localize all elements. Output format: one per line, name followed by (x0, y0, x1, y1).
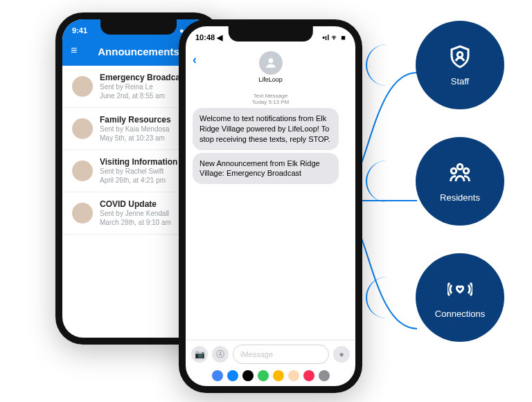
menu-icon[interactable]: ≡ (71, 44, 77, 57)
svg-point-4 (463, 168, 469, 174)
avatar (72, 76, 93, 97)
dock-app-icon[interactable] (242, 370, 254, 381)
messages-header: ‹ LifeLoop (186, 48, 355, 87)
item-title: COVID Update (100, 199, 171, 209)
contact-avatar-icon[interactable] (259, 51, 283, 75)
notch (228, 26, 313, 42)
item-title: Emergency Broadcast (100, 73, 188, 82)
item-sender: Sent by Jenne Kendall (100, 209, 171, 218)
status-time: 10:48 ◀ (195, 33, 222, 42)
badge-staff: Staff (416, 21, 504, 109)
dock-app-icon[interactable] (273, 370, 284, 381)
badge-label: Staff (451, 76, 470, 86)
camera-icon[interactable]: 📷 (191, 346, 208, 363)
badge-label: Residents (440, 192, 480, 203)
shield-user-icon (447, 44, 472, 69)
item-time: March 28th, at 9:10 am (100, 218, 171, 227)
svg-point-2 (457, 164, 463, 170)
notch (100, 19, 177, 35)
appstore-icon[interactable]: Ⓐ (212, 346, 229, 363)
item-time: May 5th, at 10:23 am (100, 134, 171, 143)
item-sender: Sent by Reina Le (100, 82, 188, 91)
message-input-bar: 📷 Ⓐ iMessage ● (186, 340, 355, 368)
badge-label: Connections (435, 309, 485, 319)
contact-name: LifeLoop (186, 76, 355, 83)
item-time: April 26th, at 4:21 pm (100, 176, 177, 185)
header-title: Announcements (98, 46, 179, 57)
avatar (72, 161, 93, 181)
svg-point-0 (268, 58, 273, 63)
broadcast-heart-icon (447, 277, 472, 302)
audience-badges: Staff Residents Connections (416, 21, 504, 342)
status-icons: •ıl ᯤ ■ (322, 33, 346, 42)
dock-app-icon[interactable] (319, 370, 330, 381)
dock-app-icon[interactable] (258, 370, 269, 381)
item-sender: Sent by Rachel Swift (100, 167, 177, 176)
status-time: 9:41 (72, 26, 87, 35)
avatar (72, 118, 93, 139)
back-icon[interactable]: ‹ (193, 53, 197, 67)
item-title: Visiting Information (100, 157, 177, 167)
dock-app-icon[interactable] (303, 370, 314, 381)
svg-point-1 (457, 52, 463, 57)
item-sender: Sent by Kaia Mendosa (100, 125, 171, 134)
dock-app-icon[interactable] (288, 370, 299, 381)
dock-app-icon[interactable] (227, 370, 238, 381)
item-time: June 2nd, at 8:55 am (100, 91, 188, 100)
message-bubble: Welcome to text notifications from Elk R… (193, 108, 339, 150)
dock-app-icon[interactable] (212, 370, 223, 381)
item-title: Family Resources (100, 115, 171, 125)
group-icon (447, 161, 472, 185)
badge-residents: Residents (416, 137, 504, 226)
avatar (72, 203, 93, 223)
message-input[interactable]: iMessage (233, 345, 329, 364)
app-dock (186, 368, 355, 383)
phone-messages: 10:48 ◀ •ıl ᯤ ■ ‹ LifeLoop Text Message … (179, 19, 362, 393)
svg-point-3 (451, 168, 456, 174)
badge-connections: Connections (416, 253, 504, 342)
message-bubble: New Announcement from Elk Ridge Village:… (193, 153, 339, 185)
mic-icon[interactable]: ● (333, 346, 350, 363)
thread-meta: Text Message Today 5:13 PM (186, 93, 355, 105)
